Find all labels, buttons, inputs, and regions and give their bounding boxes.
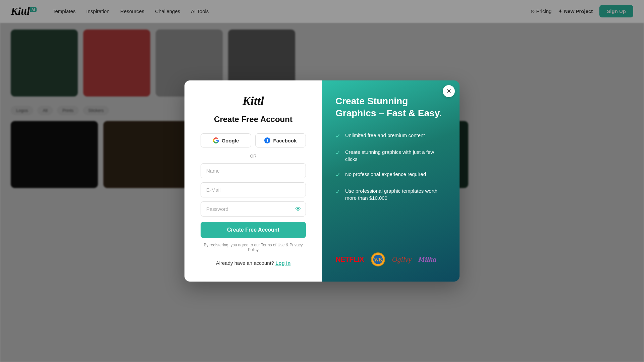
svg-text:WB: WB: [374, 257, 382, 262]
email-input[interactable]: [201, 182, 306, 197]
feature-list: ✓ Unlimited free and premium content ✓ C…: [335, 132, 446, 201]
check-icon-3: ✓: [335, 171, 340, 179]
brand-ogilvy: Ogilvy: [392, 255, 412, 264]
facebook-icon: f: [264, 137, 270, 143]
close-button[interactable]: ✕: [443, 85, 455, 97]
feature-item-4: ✓ Use professional graphic templates wor…: [335, 187, 446, 201]
create-account-button[interactable]: Create Free Account: [201, 222, 306, 238]
modal-container: ✕ Kittl Create Free Account Google f Fac…: [184, 80, 460, 282]
terms-text: By registering, you agree to our Terms o…: [201, 243, 306, 252]
or-divider: OR: [201, 154, 306, 159]
brand-milka: Milka: [418, 255, 436, 264]
google-icon: [213, 137, 219, 143]
password-toggle-icon[interactable]: 👁: [295, 205, 301, 213]
password-wrapper: 👁: [201, 201, 306, 217]
check-icon-4: ✓: [335, 188, 340, 196]
feature-item-3: ✓ No professional experience required: [335, 171, 446, 179]
brand-warnerbros: WB: [371, 252, 385, 267]
feature-item-2: ✓ Create stunning graphics with just a f…: [335, 148, 446, 163]
feature-text-2: Create stunning graphics with just a few…: [345, 148, 446, 163]
modal-right-panel: Create Stunning Graphics – Fast & Easy. …: [322, 80, 460, 282]
modal-logo: Kittl: [243, 94, 264, 108]
already-account: Already have an account? Log in: [216, 260, 291, 266]
feature-text-1: Unlimited free and premium content: [345, 132, 425, 139]
feature-item-1: ✓ Unlimited free and premium content: [335, 132, 446, 140]
modal-right-title: Create Stunning Graphics – Fast & Easy.: [335, 95, 446, 120]
brand-logos: NETFLIX WB Ogilvy Milka: [335, 252, 446, 267]
modal-title: Create Free Account: [214, 115, 292, 124]
login-link[interactable]: Log in: [275, 260, 290, 266]
name-input[interactable]: [201, 163, 306, 178]
feature-text-4: Use professional graphic templates worth…: [345, 187, 446, 201]
feature-text-3: No professional experience required: [345, 171, 426, 178]
check-icon-1: ✓: [335, 132, 340, 140]
google-signup-button[interactable]: Google: [201, 133, 251, 147]
social-buttons: Google f Facebook: [201, 133, 306, 147]
check-icon-2: ✓: [335, 149, 340, 157]
modal-left-panel: Kittl Create Free Account Google f Faceb…: [184, 80, 322, 282]
facebook-signup-button[interactable]: f Facebook: [255, 133, 306, 147]
password-input[interactable]: [201, 201, 306, 217]
brand-netflix: NETFLIX: [335, 255, 364, 264]
